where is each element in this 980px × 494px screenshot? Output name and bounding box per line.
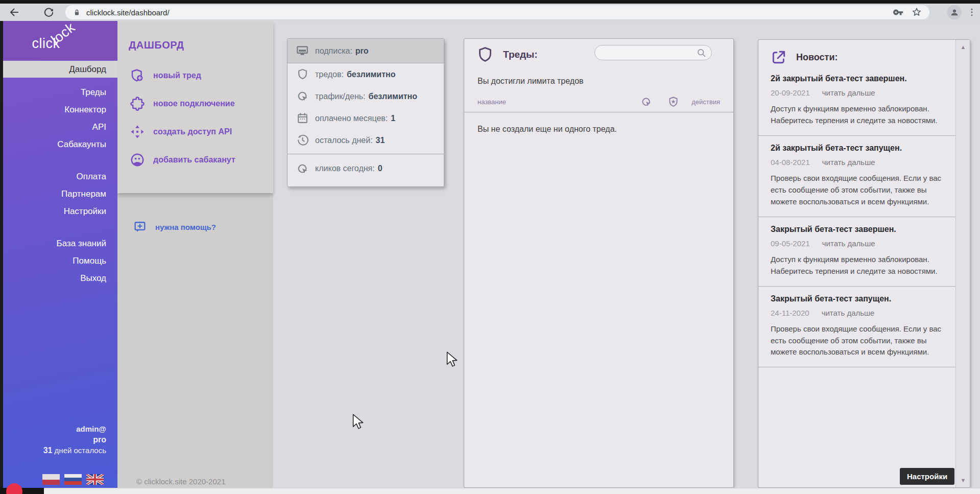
padlock-icon: [73, 8, 81, 17]
read-more-link[interactable]: читать дальше: [822, 309, 875, 317]
sidebar-item-api[interactable]: API: [0, 119, 117, 136]
news-item-title: 2й закрытый бета-тест завершен.: [771, 74, 945, 83]
news-item-date: 20-09-2021: [771, 88, 810, 97]
paid-months-row: оплачено месяцев: 1: [288, 107, 444, 129]
sidebar-item-logout[interactable]: Выход: [0, 270, 117, 287]
clock-history-icon: [295, 134, 310, 147]
scroll-up-arrow[interactable]: ▲: [956, 44, 970, 50]
column-name-label[interactable]: название: [477, 98, 640, 106]
click-cursor-icon[interactable]: [640, 96, 652, 108]
column-actions-label[interactable]: действия: [691, 98, 720, 106]
threads-limit-row: тредов: безлимитно: [288, 63, 444, 85]
address-bar[interactable]: clicklock.site/dashboard/: [65, 5, 929, 19]
monitor-icon: [295, 44, 310, 58]
sidebar-item-partners[interactable]: Партнерам: [0, 185, 117, 203]
mouse-cursor: [351, 414, 365, 429]
scroll-down-arrow[interactable]: ▼: [956, 477, 970, 483]
create-api-access-button[interactable]: создать доступ API: [129, 117, 273, 146]
three-dot-menu-icon[interactable]: [967, 7, 977, 18]
click-cursor-icon: [295, 90, 310, 103]
create-api-access-label: создать доступ API: [153, 127, 232, 136]
flag-poland-icon[interactable]: [42, 474, 60, 485]
read-more-link[interactable]: читать дальше: [822, 88, 875, 97]
sidebar-item-settings[interactable]: Настройки: [0, 203, 117, 220]
news-item-date: 04-08-2021: [771, 158, 810, 167]
shield-star-icon[interactable]: [667, 96, 679, 108]
news-item-title: Закрытый бета-тест запущен.: [771, 294, 945, 303]
news-item-body: Проверь свои входящие сообщения. Если у …: [771, 173, 945, 208]
subscription-label: подписка:: [315, 46, 352, 56]
news-item-3: Закрытый бета-тест завершен. 09-05-2021 …: [758, 217, 955, 286]
sidebar-item-threads[interactable]: Треды: [0, 84, 117, 101]
page-title: ДАШБОРД: [129, 39, 273, 51]
sidebar-item-help[interactable]: Помощь: [0, 252, 117, 270]
sidebar-item-connector[interactable]: Коннектор: [0, 101, 117, 119]
read-more-link[interactable]: читать дальше: [822, 239, 875, 248]
sidebar: clicklock Дашборд Треды Коннектор API Са…: [0, 21, 117, 494]
sidebar-item-dashboard[interactable]: Дашборд: [0, 61, 117, 78]
reload-icon: [43, 7, 55, 18]
move-arrows-icon: [129, 124, 146, 139]
url-text[interactable]: clicklock.site/dashboard/: [86, 8, 893, 17]
need-help-link[interactable]: нужна помощь?: [133, 220, 273, 234]
profile-avatar[interactable]: [947, 5, 962, 19]
days-left-label: осталось дней:: [315, 136, 373, 145]
dashboard-column: ДАШБОРД новый тред новое подключение: [117, 21, 273, 494]
horizontal-scrollbar[interactable]: [0, 488, 980, 494]
clicks-today-row: кликов сегодня: 0: [288, 154, 444, 183]
days-left-value: 31: [376, 136, 385, 145]
dashboard-card: ДАШБОРД новый тред новое подключение: [117, 21, 273, 193]
flag-russia-icon[interactable]: [64, 474, 82, 485]
sidebar-item-subaccounts[interactable]: Сабакаунты: [0, 136, 117, 153]
news-item-4: Закрытый бета-тест запущен. 24-11-2020 ч…: [758, 286, 955, 367]
threads-limit-notice: Вы достигли лимита тредов: [477, 77, 733, 86]
mouse-cursor: [445, 351, 459, 367]
settings-tooltip[interactable]: Настройки: [900, 468, 954, 485]
news-item-date: 24-11-2020: [771, 309, 809, 317]
clicks-today-label: кликов сегодня:: [315, 164, 375, 173]
news-item-title: Закрытый бета-тест завершен.: [771, 225, 945, 234]
news-item-date: 09-05-2021: [771, 239, 810, 248]
new-thread-button[interactable]: новый тред: [129, 61, 273, 89]
threads-search-input[interactable]: [594, 45, 712, 60]
paid-months-label: оплачено месяцев:: [315, 114, 388, 123]
days-left-row: осталось дней: 31: [288, 129, 444, 151]
news-item-body: Доступ к функциям временно заблокирован.…: [771, 254, 945, 277]
days-left-number: 31: [43, 446, 53, 455]
sidebar-item-payment[interactable]: Оплата: [0, 168, 117, 185]
logo[interactable]: clicklock: [0, 21, 117, 60]
forward-button[interactable]: [22, 5, 40, 20]
threads-limit-label: тредов:: [315, 70, 344, 79]
news-item-2: 2й закрытый бета-тест запущен. 04-08-202…: [758, 135, 955, 217]
news-item-body: Доступ к функциям временно заблокирован.…: [771, 103, 945, 127]
click-cursor-icon: [295, 162, 310, 175]
new-connection-button[interactable]: новое подключение: [129, 89, 273, 117]
shield-plus-icon: [129, 68, 146, 83]
news-scrollbar[interactable]: ▲ ▼: [955, 40, 970, 487]
new-connection-label: новое подключение: [153, 99, 235, 108]
search-icon[interactable]: [696, 48, 707, 60]
news-item-body: Проверь свои входящие сообщения. Если у …: [771, 323, 945, 359]
shield-icon: [476, 46, 494, 63]
password-key-icon[interactable]: [893, 7, 904, 18]
subscription-row: подписка: pro: [288, 39, 444, 63]
sidebar-item-knowledge-base[interactable]: База знаний: [0, 235, 117, 252]
new-thread-label: новый тред: [153, 71, 201, 80]
threads-title: Треды:: [503, 49, 538, 60]
user-email: admin@: [43, 424, 106, 434]
calendar-icon: [295, 112, 310, 125]
flag-uk-icon[interactable]: [86, 474, 104, 485]
back-button[interactable]: [5, 5, 22, 20]
bookmark-star-icon[interactable]: [911, 7, 922, 18]
traffic-value: безлимитно: [369, 92, 417, 101]
need-help-label: нужна помощь?: [155, 223, 216, 231]
reload-button[interactable]: [40, 5, 57, 20]
add-subaccount-button[interactable]: добавить сабаканут: [129, 146, 273, 174]
news-item-title: 2й закрытый бета-тест запущен.: [771, 144, 945, 153]
user-info: admin@ pro 31 дней осталось: [43, 424, 106, 456]
news-item-1: 2й закрытый бета-тест завершен. 20-09-20…: [758, 66, 955, 135]
read-more-link[interactable]: читать дальше: [822, 158, 875, 167]
news-title: Новости:: [796, 52, 838, 63]
traffic-label: трафик/день:: [315, 92, 366, 101]
chat-plus-icon: [133, 220, 147, 234]
